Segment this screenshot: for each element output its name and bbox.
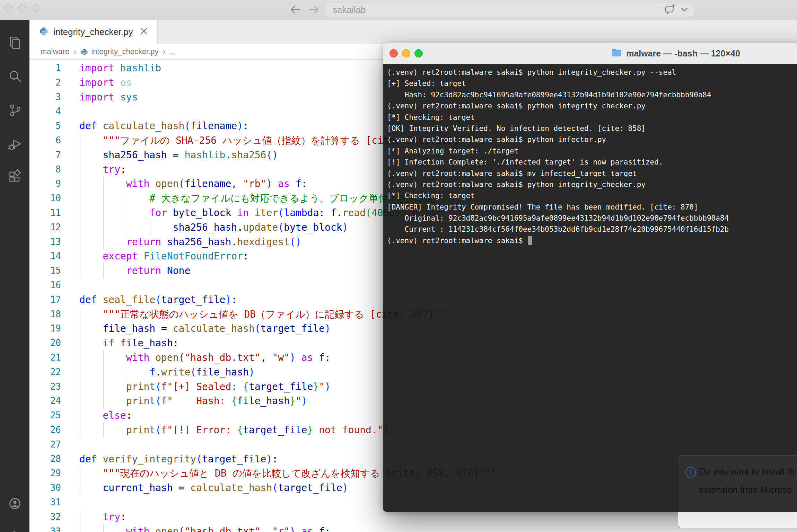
line-number: 17 (29, 293, 61, 307)
source-control-icon[interactable] (8, 103, 22, 117)
tab-label: integrity_checker.py (53, 27, 133, 37)
settings-gear-icon[interactable] (8, 530, 22, 532)
navigate-forward-icon[interactable] (307, 3, 321, 17)
terminal-line: (.venv) ret2root:malware sakai$ python i… (387, 179, 797, 190)
terminal-line: [*] Checking: target (387, 112, 797, 123)
line-number: 1 (29, 61, 61, 76)
terminal-line: Original: 92c3d82ac9bc941695a9afe0899ee4… (387, 213, 797, 224)
line-number: 30 (29, 481, 61, 495)
notification-text-line1: Do you want to install th (699, 466, 795, 477)
line-number: 10 (29, 191, 61, 206)
terminal-line: (.venv) ret2root:malware sakai$ mv infec… (387, 168, 797, 179)
line-number: 32 (29, 510, 61, 524)
line-number: 25 (29, 408, 61, 423)
terminal-line: Current : 114231c384cf564f0ee34b053b2dd6… (387, 224, 797, 235)
line-number: 28 (29, 452, 61, 467)
terminal-line: [*] Checking: target (387, 190, 797, 201)
breadcrumb-separator: › (163, 47, 166, 56)
line-number: 2 (29, 76, 61, 90)
window-zoom-button[interactable] (32, 4, 39, 12)
line-number: 16 (29, 278, 61, 293)
terminal-title: malware — -bash — 120×40 (383, 43, 797, 64)
notification-text-line2: extension from Microso (699, 485, 792, 495)
account-icon[interactable] (8, 496, 22, 511)
extensions-icon[interactable] (8, 169, 22, 184)
line-number: 12 (29, 220, 61, 235)
tab-close-icon[interactable] (139, 27, 148, 37)
editor-tab-bar: integrity_checker.py (29, 20, 797, 44)
line-number: 13 (29, 235, 61, 249)
line-number: 4 (29, 104, 61, 119)
command-center-search[interactable]: sakailab (325, 3, 694, 17)
line-number: 7 (29, 148, 61, 162)
terminal-line: Hash: 92c3d82ac9bc941695a9afe0899ee43132… (387, 89, 797, 100)
line-number: 26 (29, 423, 61, 437)
divider (659, 5, 659, 15)
terminal-titlebar: malware — -bash — 120×40 (383, 43, 797, 64)
window-close-button[interactable] (4, 4, 12, 12)
activity-bar (0, 20, 29, 532)
terminal-line: [*] Analyzing target: ./target (387, 145, 797, 157)
terminal-line: [OK] Integrity Verified. No infection de… (387, 123, 797, 134)
line-number: 15 (29, 264, 61, 278)
copilot-chat-icon[interactable] (665, 3, 676, 17)
breadcrumb-folder[interactable]: malware (41, 47, 69, 56)
breadcrumb-separator: › (73, 47, 76, 56)
navigate-back-icon[interactable] (288, 3, 302, 17)
line-number: 33 (29, 524, 61, 532)
line-number: 8 (29, 162, 61, 177)
tab-integrity-checker[interactable]: integrity_checker.py (29, 20, 158, 44)
line-number: 14 (29, 249, 61, 264)
line-number: 19 (29, 321, 61, 336)
notification-toast[interactable]: Do you want to install th extension from… (678, 455, 797, 528)
line-number: 29 (29, 466, 61, 481)
terminal-line: (.venv) ret2root:malware sakai$ python i… (387, 100, 797, 112)
line-number: 9 (29, 177, 61, 191)
line-number: 18 (29, 307, 61, 322)
line-number: 21 (29, 351, 61, 365)
terminal-line: [DANGER] Integrity Compromised! The file… (387, 202, 797, 213)
terminal-line: (.venv) ret2root:malware sakai$ python i… (387, 134, 797, 145)
line-number: 23 (29, 380, 61, 394)
folder-icon (611, 48, 622, 59)
chevron-down-icon[interactable] (680, 5, 689, 15)
explorer-icon[interactable] (8, 35, 22, 50)
run-debug-icon[interactable] (8, 137, 22, 151)
line-number: 22 (29, 365, 61, 380)
search-icon[interactable] (8, 69, 22, 84)
terminal-line: (.venv) ret2root:malware sakai$ python i… (387, 67, 797, 78)
line-number: 20 (29, 336, 61, 351)
terminal-line: [+] Sealed: target (387, 78, 797, 89)
python-file-icon (80, 48, 88, 57)
line-number: 31 (29, 495, 61, 510)
line-number: 5 (29, 119, 61, 133)
window-minimize-button[interactable] (18, 4, 26, 12)
line-number: 11 (29, 206, 61, 220)
info-icon (684, 466, 697, 480)
terminal-output: (.venv) ret2root:malware sakai$ python i… (383, 64, 797, 512)
screen: { "titlebar": { "title": "sakailab", "tr… (0, 0, 797, 532)
terminal-line: (.venv) ret2root:malware sakai$ (387, 235, 797, 246)
line-number: 24 (29, 394, 61, 408)
line-number: 6 (29, 133, 61, 148)
terminal-window[interactable]: malware — -bash — 120×40 (.venv) ret2roo… (383, 43, 797, 512)
workspace-title: sakailab (325, 5, 659, 15)
terminal-line: [!] Infection Complete: './infected_targ… (387, 157, 797, 168)
terminal-cursor (528, 236, 532, 245)
python-file-icon (39, 27, 49, 37)
breadcrumb-symbol[interactable]: ... (170, 47, 176, 56)
line-number: 27 (29, 437, 61, 452)
vscode-titlebar: sakailab (0, 0, 797, 20)
breadcrumb-file[interactable]: integrity_checker.py (91, 47, 158, 56)
line-number: 3 (29, 90, 61, 105)
